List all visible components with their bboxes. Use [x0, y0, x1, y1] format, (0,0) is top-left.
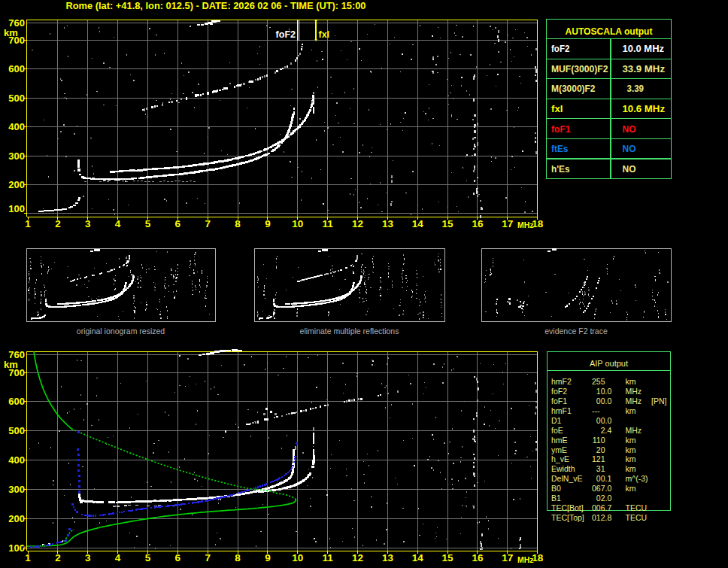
svg-text:3.39: 3.39	[627, 84, 645, 94]
svg-text:DelN_vE: DelN_vE	[551, 474, 582, 483]
svg-text:B1: B1	[551, 494, 561, 503]
svg-text:600: 600	[8, 63, 25, 74]
svg-text:.0: .0	[605, 494, 612, 503]
svg-text:[PN]: [PN]	[651, 396, 667, 405]
svg-text:012: 012	[592, 513, 605, 522]
svg-text:D1: D1	[551, 416, 562, 425]
svg-text:16: 16	[472, 218, 484, 229]
svg-text:9: 9	[265, 218, 271, 229]
svg-text:4: 4	[115, 552, 121, 563]
svg-text:100: 100	[8, 203, 25, 214]
svg-text:TECU: TECU	[626, 503, 648, 512]
svg-text:00: 00	[596, 416, 605, 425]
svg-text:TECU: TECU	[626, 513, 648, 522]
svg-text:5: 5	[145, 552, 151, 563]
svg-text:400: 400	[8, 121, 25, 132]
svg-text:Ewidth: Ewidth	[551, 464, 575, 473]
svg-text:17: 17	[502, 218, 513, 229]
svg-text:hmE: hmE	[551, 436, 568, 445]
svg-text:MHz: MHz	[517, 555, 534, 564]
svg-text:12: 12	[352, 218, 363, 229]
svg-text:foF1: foF1	[551, 396, 567, 405]
svg-text:20: 20	[596, 445, 605, 454]
svg-text:.0: .0	[605, 484, 612, 493]
svg-text:MHz: MHz	[626, 396, 642, 405]
svg-text:17: 17	[502, 552, 513, 563]
svg-text:600: 600	[8, 396, 25, 407]
svg-text:MHz: MHz	[626, 387, 642, 396]
svg-text:foE: foE	[551, 426, 563, 435]
svg-text:13: 13	[382, 552, 394, 563]
svg-text:TEC[Top]: TEC[Top]	[551, 513, 584, 522]
svg-text:15: 15	[442, 218, 454, 229]
svg-text:MHz: MHz	[517, 220, 534, 229]
svg-text:3: 3	[85, 218, 91, 229]
svg-text:km: km	[626, 464, 636, 473]
svg-text:NO: NO	[623, 124, 636, 135]
svg-text:---: ---	[592, 406, 600, 415]
svg-text:foF2: foF2	[276, 29, 296, 40]
svg-text:km: km	[626, 445, 636, 454]
svg-text:8: 8	[235, 218, 241, 229]
svg-text:.0: .0	[605, 387, 612, 396]
svg-text:h'Es: h'Es	[551, 164, 570, 175]
svg-text:h_vE: h_vE	[551, 454, 569, 463]
svg-text:700: 700	[8, 367, 25, 378]
svg-text:km: km	[626, 454, 636, 463]
svg-text:12: 12	[352, 552, 363, 563]
svg-text:.4: .4	[605, 426, 612, 435]
svg-text:km: km	[626, 377, 636, 386]
svg-text:foF1: foF1	[551, 124, 571, 135]
svg-text:18: 18	[532, 218, 544, 229]
svg-text:200: 200	[8, 179, 25, 190]
svg-text:10: 10	[292, 218, 303, 229]
svg-text:300: 300	[8, 150, 25, 162]
svg-text:B0: B0	[551, 484, 561, 493]
svg-text:4: 4	[115, 218, 121, 229]
svg-text:foF2: foF2	[551, 44, 570, 54]
svg-text:M(3000)F2: M(3000)F2	[551, 84, 596, 94]
svg-text:NO: NO	[623, 144, 636, 154]
svg-text:110: 110	[593, 436, 605, 445]
svg-text:original ionogram resized: original ionogram resized	[77, 327, 165, 336]
svg-text:31: 31	[596, 464, 605, 473]
svg-text:foF2: foF2	[551, 387, 567, 396]
svg-text:00: 00	[596, 474, 605, 483]
svg-text:AIP output: AIP output	[590, 359, 628, 368]
svg-text:11: 11	[322, 552, 333, 563]
svg-text:13: 13	[382, 218, 394, 229]
svg-text:ymE: ymE	[551, 445, 567, 454]
svg-text:km: km	[626, 406, 636, 415]
svg-text:3: 3	[85, 552, 91, 563]
svg-text:16: 16	[472, 552, 484, 563]
svg-text:300: 300	[8, 484, 25, 495]
svg-text:006: 006	[592, 503, 605, 512]
svg-text:200: 200	[8, 513, 25, 524]
svg-text:TEC[Bot]: TEC[Bot]	[551, 503, 584, 512]
svg-text:.7: .7	[605, 503, 612, 512]
svg-text:255: 255	[592, 377, 605, 386]
svg-text:km: km	[626, 436, 636, 445]
svg-text:km: km	[626, 484, 636, 493]
svg-text:6: 6	[175, 218, 181, 229]
svg-text:11: 11	[322, 218, 333, 229]
svg-text:15: 15	[442, 552, 454, 563]
svg-text:14: 14	[412, 218, 424, 229]
svg-text:.1: .1	[605, 474, 612, 483]
svg-text:7: 7	[205, 552, 211, 563]
svg-text:MUF(3000)F2: MUF(3000)F2	[551, 64, 608, 74]
svg-text:1: 1	[25, 552, 31, 563]
svg-text:1: 1	[25, 218, 31, 229]
svg-text:10: 10	[596, 387, 605, 396]
svg-text:hmF1: hmF1	[551, 406, 572, 415]
svg-text:9: 9	[265, 552, 271, 563]
svg-text:700: 700	[8, 35, 25, 46]
svg-text:067: 067	[592, 484, 605, 493]
svg-text:MHz: MHz	[626, 426, 642, 435]
svg-text:121: 121	[592, 454, 605, 463]
svg-text:400: 400	[8, 454, 25, 466]
svg-text:fxl: fxl	[551, 104, 563, 114]
svg-text:100: 100	[8, 542, 25, 554]
svg-text:m^(-3): m^(-3)	[626, 474, 648, 483]
svg-text:5: 5	[145, 218, 151, 229]
